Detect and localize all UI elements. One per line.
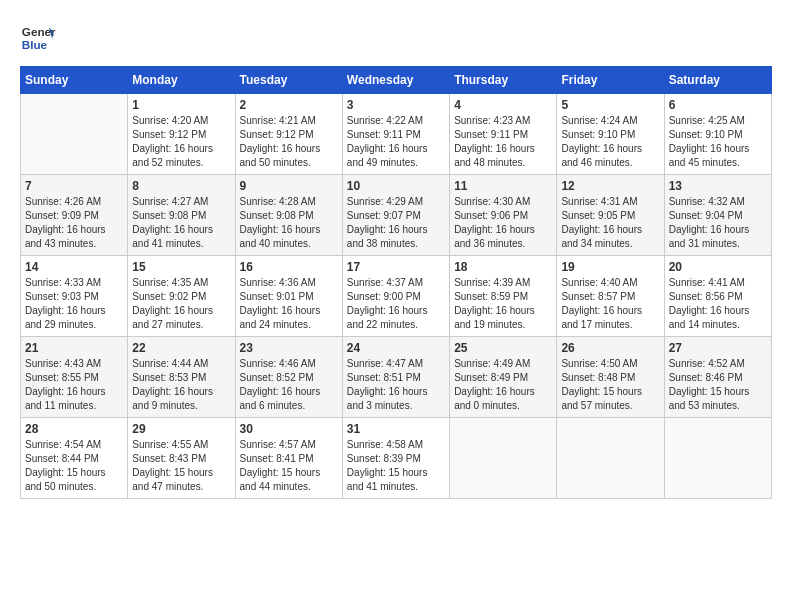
calendar-cell: 31Sunrise: 4:58 AM Sunset: 8:39 PM Dayli… xyxy=(342,418,449,499)
day-info: Sunrise: 4:36 AM Sunset: 9:01 PM Dayligh… xyxy=(240,276,338,332)
day-info: Sunrise: 4:21 AM Sunset: 9:12 PM Dayligh… xyxy=(240,114,338,170)
day-info: Sunrise: 4:32 AM Sunset: 9:04 PM Dayligh… xyxy=(669,195,767,251)
calendar-cell: 9Sunrise: 4:28 AM Sunset: 9:08 PM Daylig… xyxy=(235,175,342,256)
day-info: Sunrise: 4:55 AM Sunset: 8:43 PM Dayligh… xyxy=(132,438,230,494)
day-number: 21 xyxy=(25,341,123,355)
day-number: 29 xyxy=(132,422,230,436)
page-header: General Blue xyxy=(20,20,772,56)
calendar-cell: 11Sunrise: 4:30 AM Sunset: 9:06 PM Dayli… xyxy=(450,175,557,256)
day-info: Sunrise: 4:39 AM Sunset: 8:59 PM Dayligh… xyxy=(454,276,552,332)
day-info: Sunrise: 4:33 AM Sunset: 9:03 PM Dayligh… xyxy=(25,276,123,332)
day-info: Sunrise: 4:20 AM Sunset: 9:12 PM Dayligh… xyxy=(132,114,230,170)
day-info: Sunrise: 4:41 AM Sunset: 8:56 PM Dayligh… xyxy=(669,276,767,332)
calendar-cell: 21Sunrise: 4:43 AM Sunset: 8:55 PM Dayli… xyxy=(21,337,128,418)
calendar-header-row: SundayMondayTuesdayWednesdayThursdayFrid… xyxy=(21,67,772,94)
day-number: 19 xyxy=(561,260,659,274)
day-info: Sunrise: 4:49 AM Sunset: 8:49 PM Dayligh… xyxy=(454,357,552,413)
calendar-cell: 4Sunrise: 4:23 AM Sunset: 9:11 PM Daylig… xyxy=(450,94,557,175)
day-info: Sunrise: 4:52 AM Sunset: 8:46 PM Dayligh… xyxy=(669,357,767,413)
day-number: 14 xyxy=(25,260,123,274)
calendar-cell: 20Sunrise: 4:41 AM Sunset: 8:56 PM Dayli… xyxy=(664,256,771,337)
calendar-cell: 23Sunrise: 4:46 AM Sunset: 8:52 PM Dayli… xyxy=(235,337,342,418)
day-info: Sunrise: 4:57 AM Sunset: 8:41 PM Dayligh… xyxy=(240,438,338,494)
calendar-cell: 22Sunrise: 4:44 AM Sunset: 8:53 PM Dayli… xyxy=(128,337,235,418)
day-info: Sunrise: 4:58 AM Sunset: 8:39 PM Dayligh… xyxy=(347,438,445,494)
calendar-week-row: 14Sunrise: 4:33 AM Sunset: 9:03 PM Dayli… xyxy=(21,256,772,337)
calendar-cell: 14Sunrise: 4:33 AM Sunset: 9:03 PM Dayli… xyxy=(21,256,128,337)
calendar-cell: 3Sunrise: 4:22 AM Sunset: 9:11 PM Daylig… xyxy=(342,94,449,175)
day-header-thursday: Thursday xyxy=(450,67,557,94)
day-info: Sunrise: 4:24 AM Sunset: 9:10 PM Dayligh… xyxy=(561,114,659,170)
day-number: 16 xyxy=(240,260,338,274)
day-number: 30 xyxy=(240,422,338,436)
day-number: 15 xyxy=(132,260,230,274)
day-number: 10 xyxy=(347,179,445,193)
day-info: Sunrise: 4:26 AM Sunset: 9:09 PM Dayligh… xyxy=(25,195,123,251)
day-header-tuesday: Tuesday xyxy=(235,67,342,94)
day-number: 26 xyxy=(561,341,659,355)
day-number: 25 xyxy=(454,341,552,355)
day-header-saturday: Saturday xyxy=(664,67,771,94)
calendar-cell xyxy=(557,418,664,499)
day-header-monday: Monday xyxy=(128,67,235,94)
day-info: Sunrise: 4:35 AM Sunset: 9:02 PM Dayligh… xyxy=(132,276,230,332)
day-number: 8 xyxy=(132,179,230,193)
calendar-week-row: 21Sunrise: 4:43 AM Sunset: 8:55 PM Dayli… xyxy=(21,337,772,418)
day-info: Sunrise: 4:25 AM Sunset: 9:10 PM Dayligh… xyxy=(669,114,767,170)
calendar-cell: 25Sunrise: 4:49 AM Sunset: 8:49 PM Dayli… xyxy=(450,337,557,418)
day-number: 6 xyxy=(669,98,767,112)
day-number: 24 xyxy=(347,341,445,355)
calendar-cell xyxy=(450,418,557,499)
day-info: Sunrise: 4:27 AM Sunset: 9:08 PM Dayligh… xyxy=(132,195,230,251)
calendar-cell: 18Sunrise: 4:39 AM Sunset: 8:59 PM Dayli… xyxy=(450,256,557,337)
day-info: Sunrise: 4:50 AM Sunset: 8:48 PM Dayligh… xyxy=(561,357,659,413)
calendar-cell: 1Sunrise: 4:20 AM Sunset: 9:12 PM Daylig… xyxy=(128,94,235,175)
calendar-week-row: 28Sunrise: 4:54 AM Sunset: 8:44 PM Dayli… xyxy=(21,418,772,499)
day-info: Sunrise: 4:46 AM Sunset: 8:52 PM Dayligh… xyxy=(240,357,338,413)
day-number: 20 xyxy=(669,260,767,274)
calendar-cell: 10Sunrise: 4:29 AM Sunset: 9:07 PM Dayli… xyxy=(342,175,449,256)
calendar-cell xyxy=(21,94,128,175)
day-info: Sunrise: 4:40 AM Sunset: 8:57 PM Dayligh… xyxy=(561,276,659,332)
day-number: 22 xyxy=(132,341,230,355)
day-number: 12 xyxy=(561,179,659,193)
day-number: 2 xyxy=(240,98,338,112)
calendar-cell: 26Sunrise: 4:50 AM Sunset: 8:48 PM Dayli… xyxy=(557,337,664,418)
calendar-cell: 27Sunrise: 4:52 AM Sunset: 8:46 PM Dayli… xyxy=(664,337,771,418)
day-info: Sunrise: 4:22 AM Sunset: 9:11 PM Dayligh… xyxy=(347,114,445,170)
day-number: 1 xyxy=(132,98,230,112)
day-info: Sunrise: 4:23 AM Sunset: 9:11 PM Dayligh… xyxy=(454,114,552,170)
day-number: 17 xyxy=(347,260,445,274)
day-info: Sunrise: 4:44 AM Sunset: 8:53 PM Dayligh… xyxy=(132,357,230,413)
calendar-cell: 16Sunrise: 4:36 AM Sunset: 9:01 PM Dayli… xyxy=(235,256,342,337)
calendar-cell: 24Sunrise: 4:47 AM Sunset: 8:51 PM Dayli… xyxy=(342,337,449,418)
day-number: 18 xyxy=(454,260,552,274)
day-info: Sunrise: 4:54 AM Sunset: 8:44 PM Dayligh… xyxy=(25,438,123,494)
day-number: 9 xyxy=(240,179,338,193)
calendar-cell: 13Sunrise: 4:32 AM Sunset: 9:04 PM Dayli… xyxy=(664,175,771,256)
day-number: 27 xyxy=(669,341,767,355)
calendar-week-row: 7Sunrise: 4:26 AM Sunset: 9:09 PM Daylig… xyxy=(21,175,772,256)
calendar-cell: 29Sunrise: 4:55 AM Sunset: 8:43 PM Dayli… xyxy=(128,418,235,499)
calendar-table: SundayMondayTuesdayWednesdayThursdayFrid… xyxy=(20,66,772,499)
day-header-friday: Friday xyxy=(557,67,664,94)
calendar-cell: 30Sunrise: 4:57 AM Sunset: 8:41 PM Dayli… xyxy=(235,418,342,499)
calendar-cell xyxy=(664,418,771,499)
day-info: Sunrise: 4:28 AM Sunset: 9:08 PM Dayligh… xyxy=(240,195,338,251)
day-number: 23 xyxy=(240,341,338,355)
calendar-cell: 6Sunrise: 4:25 AM Sunset: 9:10 PM Daylig… xyxy=(664,94,771,175)
day-number: 13 xyxy=(669,179,767,193)
day-info: Sunrise: 4:43 AM Sunset: 8:55 PM Dayligh… xyxy=(25,357,123,413)
day-info: Sunrise: 4:29 AM Sunset: 9:07 PM Dayligh… xyxy=(347,195,445,251)
calendar-cell: 2Sunrise: 4:21 AM Sunset: 9:12 PM Daylig… xyxy=(235,94,342,175)
day-number: 28 xyxy=(25,422,123,436)
day-number: 4 xyxy=(454,98,552,112)
day-info: Sunrise: 4:37 AM Sunset: 9:00 PM Dayligh… xyxy=(347,276,445,332)
calendar-cell: 12Sunrise: 4:31 AM Sunset: 9:05 PM Dayli… xyxy=(557,175,664,256)
calendar-cell: 28Sunrise: 4:54 AM Sunset: 8:44 PM Dayli… xyxy=(21,418,128,499)
calendar-cell: 15Sunrise: 4:35 AM Sunset: 9:02 PM Dayli… xyxy=(128,256,235,337)
day-number: 7 xyxy=(25,179,123,193)
day-number: 5 xyxy=(561,98,659,112)
day-header-sunday: Sunday xyxy=(21,67,128,94)
day-number: 11 xyxy=(454,179,552,193)
